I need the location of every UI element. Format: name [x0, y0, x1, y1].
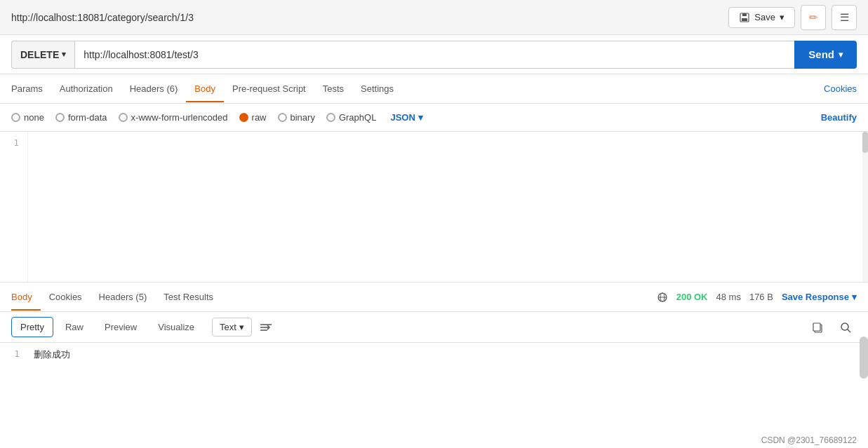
status-code: 200 OK: [676, 292, 708, 302]
svg-rect-1: [742, 13, 747, 16]
tab-params[interactable]: Params: [11, 76, 51, 102]
option-raw[interactable]: raw: [239, 112, 267, 123]
right-scrollbar[interactable]: [860, 337, 868, 379]
format-tab-preview[interactable]: Preview: [95, 317, 146, 337]
format-tab-pretty[interactable]: Pretty: [11, 317, 53, 337]
svg-line-12: [848, 330, 850, 332]
save-button[interactable]: Save ▾: [728, 7, 795, 28]
url-input[interactable]: [74, 41, 794, 69]
search-button[interactable]: [834, 316, 857, 339]
page-title: http://localhost:18081/category/search/1…: [11, 12, 194, 23]
send-button[interactable]: Send ▾: [794, 41, 857, 69]
editor-area: 1: [0, 132, 868, 283]
option-graphql[interactable]: GraphQL: [326, 112, 376, 123]
option-form-data[interactable]: form-data: [55, 112, 107, 123]
radio-urlencoded: [119, 113, 128, 122]
format-bar: Pretty Raw Preview Visualize Text ▾: [0, 312, 868, 343]
response-time: 48 ms: [716, 292, 741, 302]
format-tab-visualize[interactable]: Visualize: [149, 317, 203, 337]
radio-raw: [239, 113, 248, 122]
line-numbers: 1: [0, 132, 28, 282]
response-line-number: 1: [0, 348, 28, 379]
copy-icon: [811, 321, 824, 334]
response-tab-headers[interactable]: Headers (5): [91, 285, 156, 311]
radio-binary: [278, 113, 287, 122]
tab-settings[interactable]: Settings: [352, 76, 402, 102]
response-meta: 200 OK 48 ms 176 B Save Response ▾: [657, 292, 857, 303]
format-actions: [806, 316, 857, 339]
wrap-button[interactable]: [255, 316, 277, 339]
editor-scrollbar[interactable]: [862, 132, 868, 282]
method-select[interactable]: DELETE ▾: [11, 41, 74, 69]
globe-icon: [657, 292, 668, 303]
request-bar: DELETE ▾ Send ▾: [0, 35, 868, 74]
response-body: 1 删除成功: [0, 343, 868, 385]
request-tabs: Params Authorization Headers (6) Body Pr…: [0, 74, 868, 104]
code-content[interactable]: [28, 132, 868, 282]
option-none[interactable]: none: [11, 112, 44, 123]
tab-authorization[interactable]: Authorization: [51, 76, 121, 102]
response-tab-test-results[interactable]: Test Results: [155, 285, 222, 311]
top-bar-actions: Save ▾ ✏ ☰: [728, 5, 857, 30]
doc-icon-button[interactable]: ☰: [832, 5, 857, 30]
radio-form-data: [55, 113, 65, 122]
copy-button[interactable]: [806, 316, 829, 339]
edit-icon-button[interactable]: ✏: [801, 5, 826, 30]
tab-headers[interactable]: Headers (6): [121, 76, 187, 102]
tab-tests[interactable]: Tests: [314, 76, 352, 102]
response-tabs: Body Cookies Headers (5) Test Results 20…: [0, 283, 868, 312]
save-icon: [739, 12, 750, 23]
svg-rect-2: [742, 18, 747, 21]
beautify-button[interactable]: Beautify: [821, 112, 857, 123]
text-format-dropdown[interactable]: Text ▾: [212, 318, 252, 337]
format-tab-raw[interactable]: Raw: [56, 317, 93, 337]
save-response-button[interactable]: Save Response ▾: [782, 292, 857, 302]
radio-none: [11, 113, 20, 122]
response-content: 删除成功: [28, 348, 76, 379]
bottom-bar: CSDN @2301_76689122: [750, 433, 868, 448]
doc-icon: ☰: [840, 11, 849, 24]
svg-point-11: [841, 323, 848, 330]
response-size: 176 B: [749, 292, 773, 302]
tab-pre-request-script[interactable]: Pre-request Script: [224, 76, 314, 102]
wrap-icon: [259, 322, 273, 333]
body-options: none form-data x-www-form-urlencoded raw…: [0, 104, 868, 132]
svg-rect-10: [813, 323, 820, 331]
response-tab-body[interactable]: Body: [11, 285, 41, 311]
scrollbar-thumb[interactable]: [862, 132, 868, 153]
pencil-icon: ✏: [809, 11, 818, 24]
send-chevron-icon: ▾: [839, 50, 843, 60]
tab-cookies[interactable]: Cookies: [824, 83, 857, 94]
tab-body[interactable]: Body: [186, 76, 224, 102]
radio-graphql: [326, 113, 335, 122]
json-format-dropdown[interactable]: JSON ▾: [390, 112, 422, 123]
response-tab-cookies[interactable]: Cookies: [41, 285, 91, 311]
search-icon: [839, 321, 852, 334]
top-bar: http://localhost:18081/category/search/1…: [0, 0, 868, 35]
option-binary[interactable]: binary: [278, 112, 315, 123]
option-urlencoded[interactable]: x-www-form-urlencoded: [119, 112, 228, 123]
